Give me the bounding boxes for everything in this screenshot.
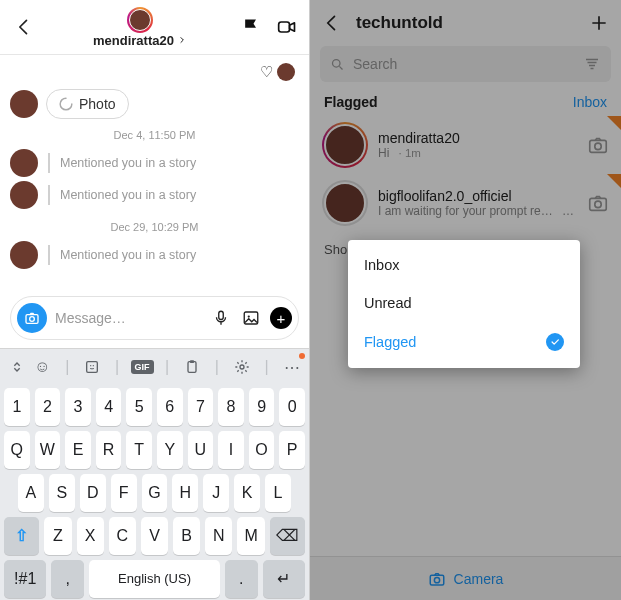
key-row-3: ASDFGHJKL xyxy=(0,471,309,514)
key[interactable]: J xyxy=(203,474,229,512)
back-button[interactable] xyxy=(10,17,38,37)
search-icon xyxy=(330,57,345,72)
key[interactable]: E xyxy=(65,431,91,469)
filter-option[interactable]: Unread xyxy=(348,284,580,322)
camera-bar[interactable]: Camera xyxy=(310,556,621,600)
conversation-camera-icon[interactable] xyxy=(587,192,609,214)
svg-point-7 xyxy=(90,365,91,366)
key[interactable]: W xyxy=(35,431,61,469)
key-row-2: QWERTYUIOP xyxy=(0,428,309,471)
key[interactable]: V xyxy=(141,517,168,555)
key[interactable]: 4 xyxy=(96,388,122,426)
keyboard-toolbar: ☺ | | GIF | | | ⋯ xyxy=(0,349,309,385)
key[interactable]: 3 xyxy=(65,388,91,426)
inbox-title[interactable]: techuntold xyxy=(356,13,575,33)
period-key[interactable]: . xyxy=(225,560,258,598)
conversation-preview: Hi · 1m xyxy=(378,146,577,160)
key[interactable]: R xyxy=(96,431,122,469)
key[interactable]: H xyxy=(172,474,198,512)
flag-corner xyxy=(607,116,621,130)
video-call-icon[interactable] xyxy=(275,17,299,37)
key[interactable]: O xyxy=(249,431,275,469)
shift-key[interactable]: ⇧ xyxy=(4,517,39,555)
key[interactable]: 7 xyxy=(188,388,214,426)
emoji-icon[interactable]: ☺ xyxy=(31,358,54,376)
filter-option-label: Flagged xyxy=(364,334,416,350)
sender-avatar[interactable] xyxy=(10,90,38,118)
conversation-row[interactable]: bigfloolifan2.0_officiel I am waiting fo… xyxy=(310,174,621,232)
story-mention[interactable]: Mentioned you in a story xyxy=(60,188,196,202)
filter-option[interactable]: Inbox xyxy=(348,246,580,284)
key[interactable]: X xyxy=(77,517,104,555)
section-link[interactable]: Inbox xyxy=(573,94,607,110)
timestamp: Dec 4, 11:50 PM xyxy=(8,119,301,147)
key[interactable]: 0 xyxy=(279,388,305,426)
key[interactable]: I xyxy=(218,431,244,469)
sender-avatar[interactable] xyxy=(10,149,38,177)
sender-avatar[interactable] xyxy=(10,241,38,269)
key[interactable]: Q xyxy=(4,431,30,469)
new-message-button[interactable] xyxy=(589,13,609,33)
chat-title[interactable]: mendiratta20 xyxy=(38,7,241,48)
heart-icon[interactable]: ♡ xyxy=(260,63,273,81)
gif-icon[interactable]: GIF xyxy=(131,360,154,374)
conversation-camera-icon[interactable] xyxy=(587,134,609,156)
space-key[interactable]: English (US) xyxy=(89,560,220,598)
settings-icon[interactable] xyxy=(230,359,253,375)
enter-key[interactable]: ↵ xyxy=(263,560,305,598)
camera-button[interactable] xyxy=(17,303,47,333)
message-input[interactable]: Message… xyxy=(55,310,202,326)
key[interactable]: S xyxy=(49,474,75,512)
key[interactable]: B xyxy=(173,517,200,555)
filter-icon[interactable] xyxy=(583,55,601,73)
clipboard-icon[interactable] xyxy=(180,359,203,375)
back-button[interactable] xyxy=(322,13,342,33)
key[interactable]: U xyxy=(188,431,214,469)
svg-rect-9 xyxy=(188,362,196,373)
mic-button[interactable] xyxy=(210,309,232,327)
filter-option[interactable]: Flagged xyxy=(348,322,580,362)
key[interactable]: 8 xyxy=(218,388,244,426)
key[interactable]: 2 xyxy=(35,388,61,426)
conversation-row[interactable]: mendiratta20 Hi · 1m xyxy=(310,116,621,174)
key-row-5: !#1,English (US).↵ xyxy=(0,557,309,600)
key[interactable]: 9 xyxy=(249,388,275,426)
comma-key[interactable]: , xyxy=(51,560,84,598)
symbols-key[interactable]: !#1 xyxy=(4,560,46,598)
checkmark-icon xyxy=(546,333,564,351)
key[interactable]: G xyxy=(142,474,168,512)
more-icon[interactable]: ⋯ xyxy=(280,358,303,377)
key[interactable]: K xyxy=(234,474,260,512)
key[interactable]: C xyxy=(109,517,136,555)
key[interactable]: T xyxy=(126,431,152,469)
sticker-icon[interactable] xyxy=(81,359,104,375)
key[interactable]: 5 xyxy=(126,388,152,426)
key[interactable]: F xyxy=(111,474,137,512)
story-mention[interactable]: Mentioned you in a story xyxy=(60,156,196,170)
key[interactable]: 1 xyxy=(4,388,30,426)
story-mention[interactable]: Mentioned you in a story xyxy=(60,248,196,262)
svg-rect-3 xyxy=(219,311,224,319)
key[interactable]: 6 xyxy=(157,388,183,426)
search-placeholder: Search xyxy=(353,56,397,72)
key[interactable]: D xyxy=(80,474,106,512)
conversation-preview: I am waiting for your prompt re… · 3h xyxy=(378,204,577,218)
sender-avatar[interactable] xyxy=(10,181,38,209)
key[interactable]: N xyxy=(205,517,232,555)
gallery-button[interactable] xyxy=(240,309,262,327)
section-label: Flagged xyxy=(324,94,378,110)
backspace-key[interactable]: ⌫ xyxy=(270,517,305,555)
flag-icon[interactable] xyxy=(241,17,261,37)
key[interactable]: P xyxy=(279,431,305,469)
kbd-expand-icon[interactable] xyxy=(6,359,29,375)
key[interactable]: Y xyxy=(157,431,183,469)
filter-option-label: Inbox xyxy=(364,257,399,273)
key[interactable]: Z xyxy=(44,517,71,555)
filter-popup: InboxUnreadFlagged xyxy=(348,240,580,368)
key[interactable]: A xyxy=(18,474,44,512)
add-button[interactable]: + xyxy=(270,307,292,329)
key[interactable]: M xyxy=(237,517,264,555)
search-bar[interactable]: Search xyxy=(320,46,611,82)
key[interactable]: L xyxy=(265,474,291,512)
photo-message[interactable]: Photo xyxy=(46,89,129,119)
